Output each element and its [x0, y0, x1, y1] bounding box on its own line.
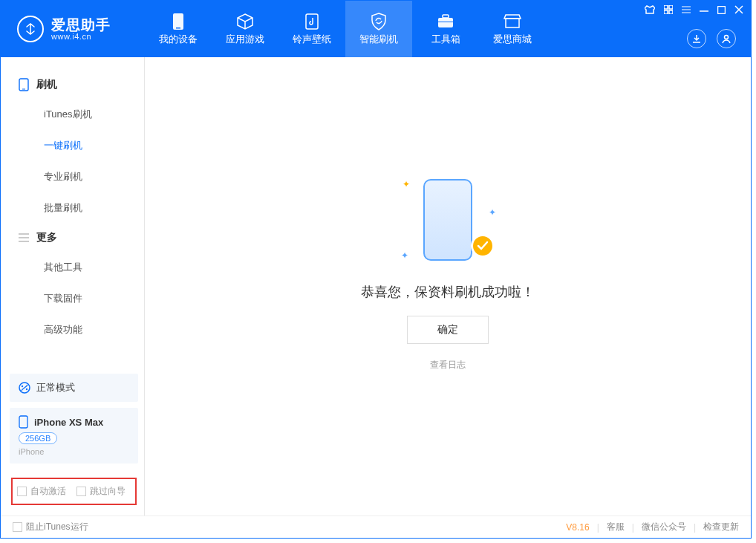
svg-rect-5	[438, 22, 453, 22]
footer-link-support[interactable]: 客服	[607, 521, 625, 533]
svg-rect-9	[664, 10, 668, 14]
sidebar-item-oneclick[interactable]: 一键刷机	[1, 130, 144, 161]
sidebar-item-download-firmware[interactable]: 下载固件	[1, 283, 144, 314]
svg-point-16	[22, 386, 23, 387]
store-icon	[503, 12, 522, 31]
nav-label: 工具箱	[431, 33, 460, 46]
sidebar-group-flash: 刷机	[1, 71, 144, 99]
device-type: iPhone	[19, 447, 129, 456]
mode-icon	[19, 382, 30, 394]
svg-rect-4	[443, 15, 449, 18]
svg-rect-2	[306, 14, 318, 29]
nav-store[interactable]: 爱思商城	[479, 1, 546, 57]
svg-rect-3	[438, 18, 453, 27]
checkbox-icon	[76, 487, 86, 496]
checkbox-label: 阻止iTunes运行	[26, 521, 88, 533]
list-icon	[19, 233, 29, 242]
checkbox-icon	[17, 487, 27, 496]
nav-my-device[interactable]: 我的设备	[145, 1, 212, 57]
confirm-button[interactable]: 确定	[407, 316, 489, 344]
footer-link-update[interactable]: 检查更新	[703, 521, 739, 533]
device-mode[interactable]: 正常模式	[10, 374, 138, 402]
device-card[interactable]: iPhone XS Max 256GB iPhone	[10, 408, 138, 464]
footer-link-wechat[interactable]: 微信公众号	[642, 521, 686, 533]
nav-label: 爱思商城	[493, 33, 532, 46]
svg-rect-11	[718, 6, 726, 13]
sidebar-item-itunes[interactable]: iTunes刷机	[1, 99, 144, 130]
app-name: 爱思助手	[51, 18, 111, 32]
window-controls	[645, 5, 743, 14]
svg-rect-18	[19, 416, 27, 428]
svg-rect-1	[176, 27, 180, 29]
device-mode-label: 正常模式	[36, 381, 75, 394]
nav-ringtones[interactable]: 铃声壁纸	[278, 1, 345, 57]
nav-tabs: 我的设备 应用游戏 铃声壁纸 智能刷机 工具箱 爱思商城	[145, 1, 546, 57]
svg-rect-10	[669, 10, 673, 14]
sidebar-item-other-tools[interactable]: 其他工具	[1, 252, 144, 283]
success-message: 恭喜您，保资料刷机成功啦！	[361, 283, 535, 301]
nav-label: 智能刷机	[359, 33, 398, 46]
download-icon[interactable]	[687, 29, 706, 48]
logo-icon	[17, 16, 44, 42]
checkbox-label: 自动激活	[30, 485, 66, 498]
cube-icon	[235, 12, 255, 31]
svg-rect-7	[664, 5, 668, 9]
phone-small-icon	[19, 415, 28, 429]
sidebar-item-advanced[interactable]: 高级功能	[1, 314, 144, 345]
shield-refresh-icon	[369, 12, 388, 31]
checkbox-label: 跳过向导	[90, 485, 126, 498]
version-label: V8.16	[566, 522, 589, 533]
svg-rect-14	[22, 89, 25, 90]
maximize-icon[interactable]	[717, 6, 726, 14]
svg-rect-6	[506, 19, 519, 27]
auto-activate-checkbox[interactable]: 自动激活	[17, 485, 66, 498]
minimize-icon[interactable]	[700, 5, 708, 14]
nav-label: 应用游戏	[226, 33, 264, 46]
menu-icon[interactable]	[682, 6, 691, 13]
options-row: 自动激活 跳过向导	[11, 478, 137, 505]
sidebar-group-more: 更多	[1, 224, 144, 252]
nav-toolbox[interactable]: 工具箱	[412, 1, 479, 57]
svg-rect-8	[669, 5, 673, 9]
user-icon[interactable]	[717, 29, 736, 48]
device-name-label: iPhone XS Max	[34, 417, 103, 428]
svg-rect-0	[173, 13, 183, 30]
music-file-icon	[302, 12, 322, 31]
close-icon[interactable]	[734, 5, 743, 14]
footer: 阻止iTunes运行 V8.16 | 客服 | 微信公众号 | 检查更新	[1, 516, 751, 538]
app-url: www.i4.cn	[51, 32, 111, 41]
app-header: 爱思助手 www.i4.cn 我的设备 应用游戏 铃声壁纸 智能刷机	[1, 1, 751, 57]
sidebar: 刷机 iTunes刷机 一键刷机 专业刷机 批量刷机 更多 其他工具 下载固件 …	[1, 57, 145, 516]
toolbox-icon	[436, 12, 455, 31]
block-itunes-checkbox[interactable]: 阻止iTunes运行	[13, 521, 88, 533]
skip-guide-checkbox[interactable]: 跳过向导	[76, 485, 126, 498]
svg-point-17	[26, 388, 27, 390]
sidebar-group-title: 刷机	[36, 78, 57, 91]
check-badge-icon	[471, 234, 495, 258]
app-logo: 爱思助手 www.i4.cn	[17, 16, 145, 42]
shirt-icon[interactable]	[645, 5, 655, 14]
main-content: ✦ ✦ ✦ 恭喜您，保资料刷机成功啦！ 确定 查看日志	[145, 57, 751, 516]
device-capacity: 256GB	[19, 432, 57, 444]
device-icon	[19, 78, 29, 91]
nav-label: 我的设备	[159, 33, 198, 46]
sidebar-item-pro[interactable]: 专业刷机	[1, 161, 144, 192]
svg-point-12	[725, 36, 729, 39]
grid-icon[interactable]	[664, 5, 673, 14]
sidebar-item-batch[interactable]: 批量刷机	[1, 192, 144, 224]
sidebar-group-title: 更多	[36, 231, 57, 244]
phone-icon	[169, 12, 188, 31]
phone-icon	[423, 179, 472, 261]
nav-smart-flash[interactable]: 智能刷机	[345, 1, 412, 57]
header-right-icons	[687, 29, 736, 48]
nav-label: 铃声壁纸	[293, 33, 331, 46]
device-panel: 正常模式 iPhone XS Max 256GB iPhone	[10, 374, 138, 464]
nav-apps-games[interactable]: 应用游戏	[212, 1, 278, 57]
success-illustration: ✦ ✦ ✦	[400, 172, 496, 268]
view-log-link[interactable]: 查看日志	[430, 359, 466, 371]
checkbox-icon	[13, 522, 22, 532]
